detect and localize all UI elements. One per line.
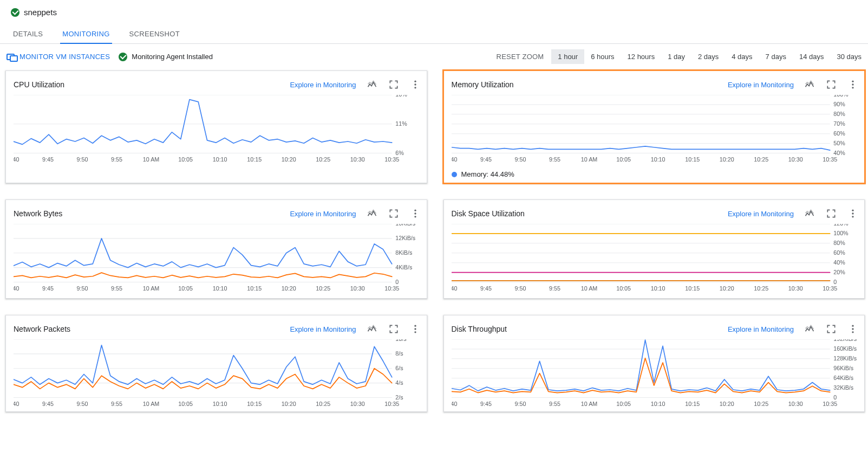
fullscreen-icon[interactable] — [388, 323, 400, 335]
time-option-30-days[interactable]: 30 days — [830, 49, 868, 64]
more-options-icon[interactable] — [847, 323, 859, 335]
svg-text:9:40: 9:40 — [14, 401, 19, 407]
tab-monitoring[interactable]: MONITORING — [60, 25, 112, 43]
svg-text:10:25: 10:25 — [316, 285, 330, 292]
svg-text:4/s: 4/s — [395, 379, 403, 386]
time-option-1-day[interactable]: 1 day — [661, 49, 691, 64]
chart-plot-area[interactable]: 16%11%6%9:409:459:509:5510 AM10:0510:101… — [14, 95, 421, 165]
svg-text:9:55: 9:55 — [549, 285, 560, 292]
reset-zoom-button[interactable]: RESET ZOOM — [489, 49, 552, 64]
chart-card-mem: Memory Utilization Explore in Monitoring… — [443, 70, 865, 183]
explore-in-monitoring-link[interactable]: Explore in Monitoring — [290, 210, 356, 218]
svg-text:10:10: 10:10 — [213, 401, 227, 407]
chart-legend-icon[interactable] — [804, 79, 815, 91]
explore-in-monitoring-link[interactable]: Explore in Monitoring — [728, 210, 794, 218]
more-options-icon[interactable] — [847, 79, 859, 91]
svg-text:10:35: 10:35 — [823, 401, 837, 407]
page-title: sneppets — [24, 8, 57, 17]
fullscreen-icon[interactable] — [825, 323, 837, 335]
fullscreen-icon[interactable] — [825, 79, 837, 91]
svg-text:9:45: 9:45 — [480, 401, 492, 407]
chart-legend: Memory: 44.48% — [452, 170, 859, 178]
chart-plot-area[interactable]: 120%100%80%60%40%20%09:409:459:509:5510 … — [452, 224, 859, 294]
chart-plot-area[interactable]: 10/s8/s6/s4/s2/s9:409:459:509:5510 AM10:… — [14, 339, 421, 409]
svg-text:10/s: 10/s — [395, 339, 406, 342]
svg-text:10:15: 10:15 — [247, 156, 262, 163]
svg-text:10:10: 10:10 — [650, 285, 665, 292]
explore-in-monitoring-link[interactable]: Explore in Monitoring — [728, 81, 794, 89]
chart-legend-icon[interactable] — [366, 79, 378, 91]
svg-text:10:30: 10:30 — [350, 401, 365, 407]
fullscreen-icon[interactable] — [388, 79, 400, 91]
svg-text:10 AM: 10 AM — [143, 401, 160, 407]
more-options-icon[interactable] — [409, 79, 421, 91]
time-option-6-hours[interactable]: 6 hours — [584, 49, 621, 64]
chart-plot-area[interactable]: 16KiB/s12KiB/s8KiB/s4KiB/s09:409:459:509… — [14, 224, 421, 294]
fullscreen-icon[interactable] — [825, 208, 837, 220]
svg-text:40%: 40% — [833, 150, 845, 156]
svg-text:9:55: 9:55 — [111, 285, 122, 292]
svg-text:0: 0 — [395, 279, 399, 285]
svg-text:10:35: 10:35 — [823, 285, 837, 292]
svg-text:100%: 100% — [833, 230, 849, 236]
fullscreen-icon[interactable] — [388, 208, 400, 220]
chart-title: Network Bytes — [14, 209, 62, 218]
svg-point-106 — [414, 331, 416, 333]
chart-card-diskt: Disk Throughput Explore in Monitoring 19… — [443, 315, 865, 412]
svg-point-21 — [852, 81, 853, 82]
chart-card-disku: Disk Space Utilization Explore in Monito… — [443, 199, 865, 299]
svg-point-75 — [852, 210, 853, 211]
time-option-7-days[interactable]: 7 days — [759, 49, 793, 64]
chart-legend-icon[interactable] — [366, 323, 378, 335]
tab-screenshot[interactable]: SCREENSHOT — [127, 25, 182, 43]
svg-text:10:25: 10:25 — [754, 156, 768, 163]
time-option-2-days[interactable]: 2 days — [691, 49, 725, 64]
tabs: DETAILSMONITORINGSCREENSHOT — [0, 20, 868, 44]
svg-text:6%: 6% — [395, 150, 404, 156]
more-options-icon[interactable] — [409, 208, 421, 220]
chart-card-cpu: CPU Utilization Explore in Monitoring 16… — [5, 70, 427, 183]
svg-text:10:15: 10:15 — [247, 285, 262, 292]
svg-point-2 — [414, 87, 416, 88]
monitor-vm-instances-link[interactable]: MONITOR VM INSTANCES — [5, 53, 110, 61]
time-range-options: RESET ZOOM 1 hour6 hours12 hours1 day2 d… — [489, 49, 868, 64]
time-option-14-days[interactable]: 14 days — [793, 49, 831, 64]
svg-text:0: 0 — [833, 394, 837, 401]
chart-legend-icon[interactable] — [804, 323, 815, 335]
more-options-icon[interactable] — [847, 208, 859, 220]
svg-text:9:40: 9:40 — [14, 285, 19, 292]
chart-title: Memory Utilization — [452, 80, 514, 89]
svg-text:192KiB/s: 192KiB/s — [833, 339, 857, 342]
svg-text:10:35: 10:35 — [384, 156, 399, 163]
svg-text:10:05: 10:05 — [178, 285, 193, 292]
svg-text:10:05: 10:05 — [178, 156, 193, 163]
svg-text:9:50: 9:50 — [77, 401, 88, 407]
more-options-icon[interactable] — [409, 323, 421, 335]
svg-point-130 — [852, 328, 853, 330]
svg-text:10:20: 10:20 — [719, 156, 734, 163]
svg-text:9:50: 9:50 — [514, 285, 526, 292]
svg-text:96KiB/s: 96KiB/s — [833, 365, 853, 371]
svg-text:8KiB/s: 8KiB/s — [395, 249, 412, 256]
svg-text:9:45: 9:45 — [42, 285, 54, 292]
svg-text:10:25: 10:25 — [316, 156, 330, 163]
tab-details[interactable]: DETAILS — [11, 25, 45, 43]
svg-text:9:50: 9:50 — [77, 156, 88, 163]
svg-text:160KiB/s: 160KiB/s — [833, 345, 857, 352]
time-option-12-hours[interactable]: 12 hours — [621, 49, 662, 64]
svg-text:10:20: 10:20 — [719, 401, 734, 407]
svg-text:10:15: 10:15 — [247, 401, 262, 407]
chart-legend-icon[interactable] — [804, 208, 815, 220]
svg-text:9:55: 9:55 — [111, 156, 122, 163]
explore-in-monitoring-link[interactable]: Explore in Monitoring — [290, 325, 356, 333]
chart-plot-area[interactable]: 100%90%80%70%60%50%40%9:409:459:509:5510… — [452, 95, 859, 165]
svg-point-23 — [852, 87, 853, 88]
chart-legend-icon[interactable] — [366, 208, 378, 220]
time-option-4-days[interactable]: 4 days — [725, 49, 759, 64]
chart-plot-area[interactable]: 192KiB/s160KiB/s128KiB/s96KiB/s64KiB/s32… — [452, 339, 859, 409]
svg-text:10:25: 10:25 — [754, 285, 768, 292]
svg-text:10:10: 10:10 — [650, 401, 665, 407]
explore-in-monitoring-link[interactable]: Explore in Monitoring — [290, 81, 356, 89]
explore-in-monitoring-link[interactable]: Explore in Monitoring — [728, 325, 794, 333]
time-option-1-hour[interactable]: 1 hour — [551, 49, 584, 64]
